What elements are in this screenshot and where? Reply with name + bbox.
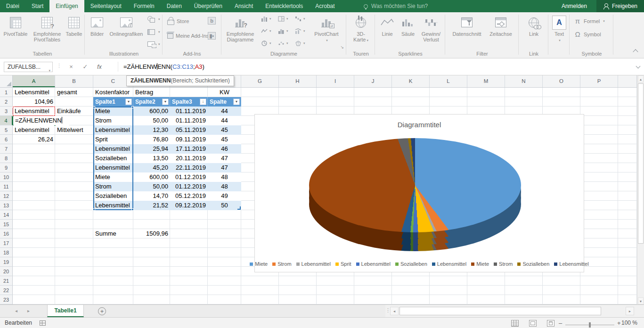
share-button[interactable]: Freigeben <box>596 0 644 12</box>
row-header-19[interactable]: 19 <box>0 257 13 267</box>
row-header-20[interactable]: 20 <box>0 267 13 276</box>
cell-E8[interactable]: 20.11.2019 <box>170 154 208 163</box>
row-header-7[interactable]: 7 <box>0 144 13 154</box>
column-header-O[interactable]: O <box>543 75 580 87</box>
legend-item-1[interactable]: Miete <box>250 261 268 267</box>
cell-C4[interactable]: Strom <box>93 116 133 125</box>
legend-item-8[interactable]: Miete <box>471 261 489 267</box>
statistic-chart-button[interactable]: ▾ <box>278 28 288 34</box>
row-header-21[interactable]: 21 <box>0 276 13 286</box>
row-header-8[interactable]: 8 <box>0 154 13 163</box>
row-header-6[interactable]: 6 <box>0 135 13 144</box>
cell-A6[interactable]: 26,24 <box>13 135 55 144</box>
cell-D13[interactable]: 21,52 <box>133 201 170 210</box>
cell-C16[interactable]: Summe <box>93 229 133 238</box>
sheet-nav-left-icon[interactable]: ◂ <box>15 305 17 317</box>
online-pictures-button[interactable]: Onlinegrafiken <box>107 14 146 37</box>
people-graph-button[interactable]: ▮▪ <box>208 32 216 40</box>
equation-button[interactable]: πFormel▾ <box>574 17 605 25</box>
expand-formula-bar-icon[interactable] <box>636 65 640 68</box>
scroll-right-button[interactable]: ► <box>626 307 634 315</box>
name-box-dropdown-icon[interactable]: ▾ <box>49 66 50 75</box>
chart-title[interactable]: Diagrammtitel <box>255 121 584 129</box>
cell-E13[interactable]: 09.12.2019 <box>170 201 208 210</box>
sparkline-winloss-button[interactable]: Gewinn/Verlust <box>419 14 443 42</box>
legend-item-9[interactable]: Strom <box>494 261 513 267</box>
cell-D3[interactable]: 600,00 <box>133 107 170 116</box>
scroll-down-button[interactable]: ▼ <box>638 297 644 304</box>
my-addins-button[interactable]: Meine Add-Ins▾ <box>167 33 214 39</box>
vertical-scroll-thumb[interactable] <box>638 83 644 244</box>
table-header-Spalte[interactable]: Spalte▼ <box>208 97 241 107</box>
row-header-1[interactable]: 1 <box>0 88 13 97</box>
text-button[interactable]: A Text▾ <box>552 14 567 43</box>
row-header-13[interactable]: 13 <box>0 201 13 210</box>
cell-F6[interactable]: 45 <box>208 135 241 144</box>
column-chart-button[interactable]: ▾ <box>261 16 271 22</box>
timeline-button[interactable]: Zeitachse <box>486 14 515 37</box>
cell-C12[interactable]: Sozialleben <box>93 191 133 201</box>
sparkline-column-button[interactable]: Säule <box>398 14 418 37</box>
ribbon-tab-datei[interactable]: Datei <box>0 0 25 12</box>
collapse-ribbon-button[interactable] <box>634 49 637 52</box>
vertical-scrollbar[interactable]: ▲ ▼ <box>637 75 644 304</box>
cell-A3[interactable]: Lebensmittel <box>13 107 55 116</box>
combo-chart-button[interactable]: ▾ <box>295 28 305 34</box>
cell-E12[interactable]: 05.12.2019 <box>170 191 208 201</box>
formula-bar-splitter[interactable]: ⋮ <box>57 63 62 69</box>
sheet-tab-tabelle1[interactable]: Tabelle1 <box>47 305 84 317</box>
cell-E3[interactable]: 01.11.2019 <box>170 107 208 116</box>
cell-D9[interactable]: 45,20 <box>133 163 170 172</box>
row-header-9[interactable]: 9 <box>0 163 13 172</box>
radar-chart-button[interactable]: ▾ <box>295 41 305 46</box>
insert-function-button[interactable]: fx <box>92 62 106 72</box>
row-header-12[interactable]: 12 <box>0 191 13 201</box>
row-header-2[interactable]: 2 <box>0 97 13 107</box>
cell-A5[interactable]: Lebensmittel <box>13 125 55 135</box>
cell-D16[interactable]: 1509,96 <box>133 229 170 238</box>
legend-item-5[interactable]: Lebensmittel <box>356 261 391 267</box>
sparkline-line-button[interactable]: Linie <box>377 14 397 37</box>
table-header-Spalte1[interactable]: Spalte1▼ <box>93 97 133 107</box>
legend-item-3[interactable]: Lebensmittel <box>296 261 331 267</box>
column-header-H[interactable]: H <box>279 75 317 87</box>
cell-E9[interactable]: 22.11.2019 <box>170 163 208 172</box>
filter-button-D[interactable]: ▼ <box>162 98 169 105</box>
column-header-J[interactable]: J <box>354 75 392 87</box>
row-header-11[interactable]: 11 <box>0 182 13 191</box>
legend-item-2[interactable]: Strom <box>272 261 291 267</box>
cell-A4[interactable]: =ZÄHLENWENN <box>14 116 69 125</box>
recommended-charts-button[interactable]: ? EmpfohleneDiagramme <box>224 14 256 42</box>
table-resize-handle[interactable] <box>237 206 241 210</box>
cell-F11[interactable]: 48 <box>208 182 241 191</box>
cell-F9[interactable]: 47 <box>208 163 241 172</box>
bing-maps-button[interactable]: b <box>208 17 216 25</box>
ribbon-tab-seitenlayout[interactable]: Seitenlayout <box>84 0 128 12</box>
horizontal-scroll-thumb[interactable] <box>399 307 601 315</box>
cell-D4[interactable]: 50,00 <box>133 116 170 125</box>
formula-input[interactable]: =ZÄHLENWENN(C3:C13;A3) <box>121 62 633 72</box>
cell-F1[interactable]: KW <box>208 88 241 97</box>
column-header-I[interactable]: I <box>317 75 354 87</box>
ribbon-tab-formeln[interactable]: Formeln <box>128 0 161 12</box>
enter-button[interactable]: ✓ <box>78 62 92 72</box>
row-header-4[interactable]: 4 <box>0 116 13 125</box>
pie-chart-object[interactable]: Diagrammtitel MieteStromLebensmittelSpri… <box>254 114 584 272</box>
cell-E7[interactable]: 17.11.2019 <box>170 144 208 154</box>
row-header-23[interactable]: 23 <box>0 295 13 304</box>
cell-D7[interactable]: 25,94 <box>133 144 170 154</box>
table-header-Spalte3[interactable]: Spalte3↓ <box>170 97 208 107</box>
column-header-N[interactable]: N <box>505 75 543 87</box>
cancel-button[interactable]: × <box>64 62 78 72</box>
recommended-pivottables-button[interactable]: ? EmpfohlenePivotTables <box>30 14 64 42</box>
cell-A1[interactable]: Lebensmittel <box>13 88 55 97</box>
row-header-15[interactable]: 15 <box>0 220 13 229</box>
cell-C13[interactable]: Lebensmittel <box>93 201 133 210</box>
cell-D11[interactable]: 50,00 <box>133 182 170 191</box>
cell-F10[interactable]: 48 <box>208 172 241 182</box>
scroll-left-button[interactable]: ◄ <box>390 307 399 315</box>
cell-D10[interactable]: 600,00 <box>133 172 170 182</box>
scroll-up-button[interactable]: ▲ <box>638 75 644 82</box>
shapes-button[interactable]: ▾ <box>147 16 160 23</box>
charts-dialog-launcher[interactable]: ↘ <box>340 45 344 49</box>
